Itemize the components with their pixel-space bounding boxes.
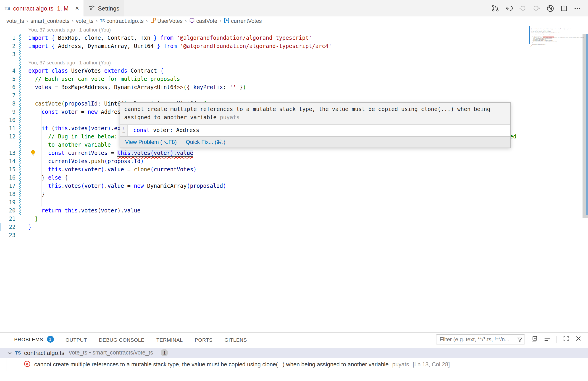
tab-terminal[interactable]: TERMINAL — [156, 334, 183, 345]
problems-file-path: vote_ts • smart_contracts/vote_ts — [69, 350, 153, 356]
blame-annotation: You, 37 seconds ago | 1 author (You) — [0, 59, 588, 67]
code-line[interactable]: 20 return this.votes(voter).value — [0, 206, 588, 215]
split-editor-icon[interactable] — [561, 5, 567, 12]
code-line[interactable]: 13 const currentVotes = this.votes(voter… — [0, 149, 588, 157]
line-number: 22 — [0, 223, 16, 231]
symbol-method-icon — [189, 17, 195, 25]
code-line[interactable]: 19 — [0, 198, 588, 206]
stage-change-icon[interactable] — [519, 4, 526, 12]
code-editor[interactable]: You, 37 seconds ago | 1 author (You)1imp… — [0, 25, 588, 332]
symbol-variable-icon — [224, 17, 230, 25]
breadcrumb-folder[interactable]: smart_contracts — [30, 18, 69, 24]
error-source: puyats — [392, 361, 409, 368]
code-line[interactable]: 22} — [0, 223, 588, 231]
breadcrumb-separator-icon: › — [72, 18, 74, 24]
error-location: [Ln 13, Col 28] — [413, 361, 450, 368]
code-line[interactable]: 15 this.votes(voter).value = clone(curre… — [0, 165, 588, 174]
cursor-line-indicator — [0, 223, 1, 231]
error-message: cannot create multiple references to a m… — [34, 361, 388, 368]
line-number: 14 — [0, 157, 16, 165]
file-problems-count-badge: 1 — [161, 349, 168, 356]
breadcrumb-class[interactable]: UserVotes — [150, 17, 183, 25]
editor-toolbar — [492, 0, 588, 17]
close-tab-icon[interactable]: ✕ — [75, 5, 79, 11]
hover-message: cannot create multiple references to a m… — [120, 103, 510, 124]
breadcrumb-variable[interactable]: currentVotes — [224, 17, 262, 25]
code-line[interactable]: 7 — [0, 91, 588, 100]
minimap[interactable]: import { BoxMap, clone, Contract, Txn } … — [530, 26, 584, 47]
settings-sliders-icon — [89, 4, 95, 12]
problems-error-row[interactable]: cannot create multiple references to a m… — [0, 358, 588, 371]
breadcrumb-method[interactable]: castVote — [189, 17, 217, 25]
diff-gutter: + − — [120, 125, 128, 136]
minimap-error-marker — [543, 37, 554, 38]
diff-remove-icon: − — [122, 131, 125, 135]
tab-label: Settings — [98, 5, 119, 12]
tab-ports[interactable]: PORTS — [195, 334, 212, 345]
view-problem-link[interactable]: View Problem (⌥F8) — [125, 139, 177, 145]
problems-file-row[interactable]: TS contract.algo.ts vote_ts • smart_cont… — [0, 348, 588, 358]
typescript-file-icon: TS — [4, 6, 10, 11]
more-actions-icon[interactable] — [574, 5, 581, 12]
code-line[interactable]: 16 } else { — [0, 174, 588, 182]
breadcrumb-file[interactable]: TS contract.algo.ts — [100, 18, 144, 24]
panel-controls — [436, 335, 582, 344]
breadcrumb-separator-icon: › — [220, 18, 221, 24]
code-line[interactable]: 4export class UserVotes extends Contract… — [0, 67, 588, 75]
view-as-list-icon[interactable] — [544, 335, 550, 344]
blame-annotation: You, 37 seconds ago | 1 author (You) — [0, 25, 588, 34]
code-line[interactable]: 3 — [0, 50, 588, 59]
typescript-file-icon: TS — [15, 350, 21, 355]
diagnostic-source: puyats — [220, 114, 240, 121]
quick-fix-link[interactable]: Quick Fix... (⌘.) — [186, 139, 225, 145]
breadcrumb-folder[interactable]: vote_ts — [6, 18, 24, 24]
problems-file-name: contract.algo.ts — [24, 349, 64, 356]
group-by-icon[interactable] — [531, 335, 538, 344]
code-line[interactable]: 21 } — [0, 215, 588, 223]
line-number: 23 — [0, 231, 16, 239]
error-icon — [24, 360, 31, 369]
code-line[interactable]: 1import { BoxMap, clone, Contract, Txn }… — [0, 34, 588, 42]
code-line[interactable]: 17 this.votes(voter).value = new Dynamic… — [0, 182, 588, 190]
code-line[interactable]: 2import { Address, DynamicArray, Uint64 … — [0, 42, 588, 50]
minimap-text: import { BoxMap, clone, Contract, Txn } … — [530, 28, 584, 47]
tab-settings[interactable]: Settings — [84, 0, 125, 17]
code-line[interactable]: 5 // Each user can vote for multiple pro… — [0, 75, 588, 83]
close-panel-icon[interactable] — [575, 335, 582, 343]
line-number: 18 — [0, 190, 16, 198]
code-line[interactable]: 18 } — [0, 190, 588, 198]
error-hover-tooltip: cannot create multiple references to a m… — [120, 102, 511, 148]
breadcrumb-folder[interactable]: vote_ts — [76, 18, 93, 24]
tab-contract-algo-ts[interactable]: TS contract.algo.ts 1, M ✕ — [0, 0, 84, 17]
code-line[interactable]: 6 votes = BoxMap<Address, DynamicArray<U… — [0, 83, 588, 91]
tab-gitlens[interactable]: GITLENS — [224, 334, 247, 345]
line-number: 4 — [0, 67, 16, 75]
previous-change-icon[interactable] — [505, 4, 513, 12]
tab-debug-console[interactable]: DEBUG CONSOLE — [99, 334, 145, 345]
line-number: 8 — [0, 100, 16, 108]
line-number: 11 — [0, 124, 16, 133]
breadcrumb: vote_ts › smart_contracts › vote_ts › TS… — [0, 17, 588, 25]
line-number: 6 — [0, 83, 16, 91]
lightbulb-icon[interactable] — [30, 150, 36, 158]
typescript-file-icon: TS — [100, 19, 105, 23]
line-number: 5 — [0, 75, 16, 83]
bottom-panel: PROBLEMS 1 OUTPUT DEBUG CONSOLE TERMINAL… — [0, 332, 588, 381]
line-number: 12 — [0, 133, 16, 141]
tab-label: contract.algo.ts — [13, 5, 53, 12]
line-number: 7 — [0, 91, 16, 100]
problems-filter-input[interactable] — [436, 335, 525, 344]
line-number: 9 — [0, 108, 16, 116]
next-change-icon[interactable] — [533, 4, 540, 12]
chevron-down-icon[interactable] — [7, 349, 12, 356]
git-pull-request-icon[interactable] — [492, 4, 499, 12]
vscode-window: TS contract.algo.ts 1, M ✕ Settings — [0, 0, 588, 381]
filter-funnel-icon — [517, 336, 523, 344]
tab-problems[interactable]: PROBLEMS 1 — [14, 333, 54, 345]
line-number: 16 — [0, 174, 16, 182]
commit-graph-icon[interactable] — [546, 4, 554, 12]
tab-output[interactable]: OUTPUT — [65, 334, 87, 345]
maximize-panel-icon[interactable] — [563, 335, 569, 343]
code-line[interactable]: 23 — [0, 231, 588, 239]
code-line[interactable]: 14 currentVotes.push(proposalId) — [0, 157, 588, 165]
